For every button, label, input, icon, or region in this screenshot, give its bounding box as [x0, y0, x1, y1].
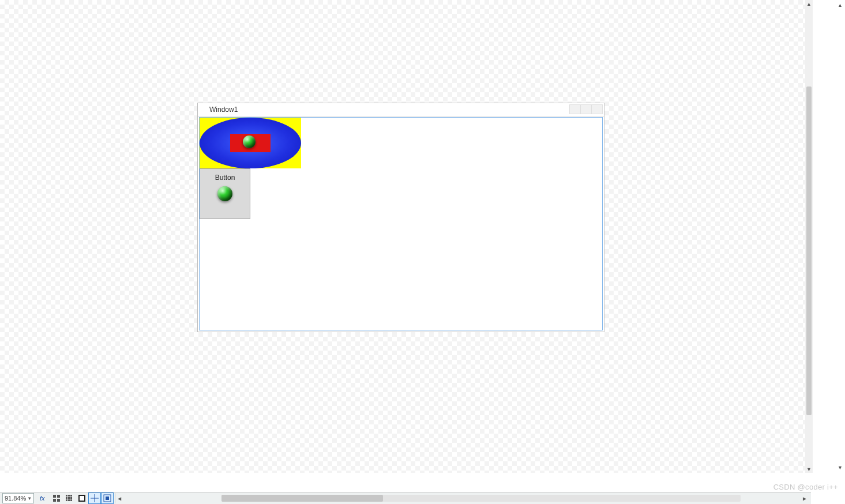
svg-rect-3 [53, 499, 56, 502]
grid-large-icon[interactable] [50, 492, 63, 504]
svg-rect-2 [57, 495, 60, 498]
scroll-up-icon[interactable]: ▲ [805, 0, 813, 7]
svg-rect-8 [66, 497, 67, 499]
svg-text:fx: fx [40, 495, 45, 502]
window-title: Window1 [209, 106, 238, 114]
view-toolbar: fx [37, 492, 114, 504]
zoom-value: 91.84% [5, 495, 26, 502]
svg-rect-1 [53, 495, 56, 498]
maximize-button[interactable] [580, 104, 592, 114]
scroll-up-icon[interactable]: ▲ [838, 2, 843, 8]
custom-graphic-control[interactable] [200, 118, 301, 168]
svg-rect-7 [70, 495, 72, 497]
scroll-thumb[interactable] [806, 86, 812, 415]
scroll-left-icon[interactable]: ◄ [115, 493, 123, 503]
svg-rect-9 [68, 497, 70, 499]
svg-rect-13 [70, 499, 72, 501]
button-control[interactable]: Button [200, 168, 250, 219]
svg-rect-12 [68, 499, 70, 501]
window-caption-buttons [570, 104, 603, 114]
scroll-down-icon[interactable]: ▼ [838, 465, 843, 471]
svg-rect-6 [68, 495, 70, 497]
svg-rect-4 [57, 499, 60, 502]
button-label: Button [215, 174, 235, 182]
green-orb-icon [243, 136, 256, 148]
invert-colors-icon[interactable] [76, 492, 88, 504]
canvas-vertical-scrollbar[interactable]: ▲ ▼ [805, 0, 813, 473]
scroll-right-icon[interactable]: ► [801, 493, 809, 503]
dropdown-icon[interactable]: ▼ [27, 496, 32, 501]
window-titlebar[interactable]: Window1 [198, 103, 604, 116]
svg-rect-15 [80, 496, 84, 501]
fit-to-screen-icon[interactable] [101, 492, 114, 504]
green-orb-icon [217, 186, 232, 201]
designer-window[interactable]: Window1 Button [197, 103, 604, 332]
svg-rect-5 [66, 495, 67, 497]
svg-rect-11 [66, 499, 67, 501]
svg-rect-10 [70, 497, 72, 499]
grid-small-icon[interactable] [63, 492, 76, 504]
close-button[interactable] [591, 104, 603, 114]
scroll-thumb[interactable] [221, 495, 383, 502]
scroll-down-icon[interactable]: ▼ [805, 465, 813, 473]
fx-effects-icon[interactable]: fx [37, 492, 50, 504]
window-client-area[interactable]: Button [199, 117, 603, 330]
minimize-button[interactable] [569, 104, 581, 114]
zoom-combo[interactable]: 91.84% ▼ [2, 493, 34, 503]
crosshair-icon[interactable] [88, 492, 101, 504]
status-bar: 91.84% ▼ fx ◄ ► [0, 492, 811, 504]
horizontal-scrollbar[interactable] [221, 495, 741, 502]
editor-vertical-scroll: ▲ ▼ [813, 0, 845, 484]
svg-rect-19 [106, 497, 109, 500]
